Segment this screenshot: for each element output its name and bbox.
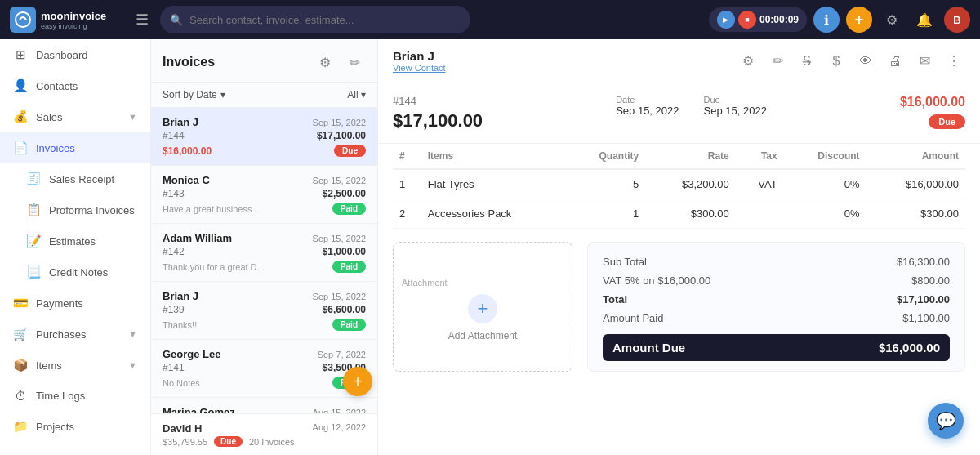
sidebar-item-contacts[interactable]: 👤 Contacts bbox=[0, 70, 150, 101]
filter-icon[interactable]: ⚙ bbox=[314, 51, 336, 74]
inv-num: #139 bbox=[163, 304, 185, 315]
timer-stop-button[interactable]: ■ bbox=[738, 11, 756, 29]
email-icon[interactable]: ✉ bbox=[913, 50, 936, 73]
invoice-number-amount: #144 $17,100.00 bbox=[393, 95, 483, 132]
due-val: Sep 15, 2022 bbox=[704, 105, 767, 117]
sidebar-item-time-logs[interactable]: ⏱ Time Logs bbox=[0, 381, 150, 411]
more-icon[interactable]: ⋮ bbox=[942, 50, 965, 73]
col-header-rate: Rate bbox=[645, 144, 736, 169]
sidebar-item-sales-receipt[interactable]: 🧾 Sales Receipt bbox=[0, 163, 150, 194]
avatar[interactable]: B bbox=[944, 7, 970, 33]
sidebar-item-proforma[interactable]: 📋 Proforma Invoices bbox=[0, 194, 150, 225]
settings-icon[interactable]: ⚙ bbox=[879, 7, 905, 33]
edit-icon[interactable]: ✏ bbox=[343, 51, 366, 74]
sidebar-item-estimates[interactable]: 📝 Estimates bbox=[0, 225, 150, 256]
sidebar-item-projects[interactable]: 📁 Projects bbox=[0, 411, 150, 442]
detail-panel: Brian J View Contact ⚙ ✏ S̶ $ 👁 🖨 ✉ ⋮ #1… bbox=[378, 39, 980, 455]
invoice-due-right: $16,000.00 Due bbox=[900, 95, 965, 129]
date-val: Sep 15, 2022 bbox=[616, 105, 679, 117]
summary-date: Aug 12, 2022 bbox=[313, 422, 366, 435]
all-filter-button[interactable]: All ▾ bbox=[347, 89, 366, 100]
inv-status-badge: Paid bbox=[332, 319, 366, 331]
info-icon[interactable]: ℹ bbox=[813, 7, 840, 33]
summary-total: $35,799.55 bbox=[163, 437, 207, 447]
payments-icon: 💳 bbox=[13, 296, 28, 310]
amount-due-label: Amount Due bbox=[612, 341, 685, 355]
amount-due-row: Amount Due $16,000.00 bbox=[603, 334, 950, 361]
inv-status-badge: Paid bbox=[332, 261, 366, 273]
add-attachment-icon[interactable]: + bbox=[468, 294, 497, 323]
row2-amount: $300.00 bbox=[866, 199, 965, 229]
invoice-item-142[interactable]: Adam William Sep 15, 2022 #142 $1,000.00… bbox=[151, 224, 377, 282]
sidebar-label-projects: Projects bbox=[36, 421, 74, 433]
time-logs-icon: ⏱ bbox=[13, 389, 28, 403]
sidebar-item-payments[interactable]: 💳 Payments bbox=[0, 288, 150, 319]
row2-rate: $300.00 bbox=[645, 199, 736, 229]
eye-icon[interactable]: 👁 bbox=[854, 50, 877, 73]
inv-name: Monica C bbox=[163, 174, 210, 186]
panel-header: Invoices ⚙ ✏ bbox=[151, 39, 377, 83]
search-icon: 🔍 bbox=[170, 14, 183, 26]
invoice-dates: Date Sep 15, 2022 Due Sep 15, 2022 bbox=[616, 95, 767, 117]
detail-contact: Brian J View Contact bbox=[393, 49, 737, 73]
dollar-icon[interactable]: $ bbox=[825, 50, 848, 73]
col-header-discount: Discount bbox=[784, 144, 866, 169]
strikethrough-icon[interactable]: S̶ bbox=[795, 50, 818, 73]
sidebar-item-items[interactable]: 📦 Items ▼ bbox=[0, 350, 150, 381]
logo-text: mooninvoice easy invoicing bbox=[41, 10, 106, 30]
inv-note: No Notes bbox=[163, 378, 200, 388]
timer-play-button[interactable]: ▶ bbox=[717, 11, 735, 29]
summary-status-badge: Due bbox=[214, 436, 243, 447]
sidebar-item-invoices[interactable]: 📄 Invoices bbox=[0, 132, 150, 163]
sidebar-item-dashboard[interactable]: ⊞ Dashboard bbox=[0, 39, 150, 70]
search-input[interactable] bbox=[189, 14, 461, 26]
sort-chevron-icon: ▾ bbox=[220, 89, 225, 100]
nav-right: ▶ ■ 00:00:09 ℹ + ⚙ 🔔 B bbox=[709, 7, 970, 33]
amount-paid-row: Amount Paid $1,100.00 bbox=[603, 309, 950, 328]
invoice-item-139[interactable]: Brian J Sep 15, 2022 #139 $6,600.00 Than… bbox=[151, 282, 377, 340]
invoice-item-143[interactable]: Monica C Sep 15, 2022 #143 $2,500.00 Hav… bbox=[151, 166, 377, 224]
chat-fab[interactable]: 💬 bbox=[928, 403, 964, 439]
vat-row: VAT 5% on $16,000.00 $800.00 bbox=[603, 271, 950, 290]
date-label: Date bbox=[616, 95, 679, 105]
total-val: $17,100.00 bbox=[897, 293, 950, 306]
estimates-icon: 📝 bbox=[26, 234, 41, 248]
invoice-list-panel: Invoices ⚙ ✏ Sort by Date ▾ All ▾ Brian … bbox=[151, 39, 378, 455]
notifications-icon[interactable]: 🔔 bbox=[911, 7, 938, 33]
invoice-item-141[interactable]: George Lee Sep 7, 2022 #141 $3,500.00 No… bbox=[151, 340, 377, 398]
contact-name: Brian J bbox=[393, 49, 737, 63]
sidebar-item-purchases[interactable]: 🛒 Purchases ▼ bbox=[0, 319, 150, 350]
row2-num: 2 bbox=[393, 199, 421, 229]
search-bar[interactable]: 🔍 bbox=[160, 6, 470, 33]
sort-label: Sort by Date bbox=[163, 89, 217, 100]
menu-hamburger-icon[interactable]: ☰ bbox=[132, 7, 152, 32]
add-button[interactable]: + bbox=[846, 7, 872, 33]
inv-date: Sep 15, 2022 bbox=[313, 234, 366, 243]
inv-name: George Lee bbox=[163, 348, 221, 360]
invoice-item-140[interactable]: Marina Gomez Aug 15, 2022 #140 $4,000.00… bbox=[151, 398, 377, 413]
detail-header-actions: ⚙ ✏ S̶ $ 👁 🖨 ✉ ⋮ bbox=[737, 50, 965, 73]
logo-icon bbox=[10, 7, 36, 33]
main-layout: ⊞ Dashboard 👤 Contacts 💰 Sales ▼ 📄 Invoi… bbox=[0, 39, 980, 455]
view-contact-link[interactable]: View Contact bbox=[393, 63, 737, 73]
sidebar-label-estimates: Estimates bbox=[49, 235, 96, 248]
print-icon[interactable]: 🖨 bbox=[884, 50, 906, 73]
inv-date: Sep 7, 2022 bbox=[318, 350, 366, 359]
sidebar-item-credit-notes[interactable]: 📃 Credit Notes bbox=[0, 256, 150, 288]
items-table-wrap: # Items Quantity Rate Tax Discount Amoun… bbox=[378, 144, 980, 229]
sidebar-item-sales[interactable]: 💰 Sales ▼ bbox=[0, 101, 150, 132]
invoice-item-144[interactable]: Brian J Sep 15, 2022 #144 $17,100.00 $16… bbox=[151, 108, 377, 166]
sort-button[interactable]: Sort by Date ▾ bbox=[163, 89, 225, 100]
col-header-qty: Quantity bbox=[566, 144, 645, 169]
due-label: Due bbox=[704, 95, 767, 105]
sidebar-label-proforma: Proforma Invoices bbox=[49, 204, 135, 216]
amount-due-val: $16,000.00 bbox=[879, 341, 940, 355]
add-invoice-fab[interactable]: + bbox=[343, 367, 372, 396]
edit-action-icon[interactable]: ✏ bbox=[766, 50, 789, 73]
panel-title: Invoices bbox=[163, 55, 314, 69]
inv-num: #144 bbox=[163, 130, 185, 141]
sub-total-label: Sub Total bbox=[603, 256, 647, 268]
attachment-area[interactable]: Attachment + Add Attachment bbox=[393, 242, 572, 372]
settings-action-icon[interactable]: ⚙ bbox=[737, 50, 760, 73]
summary-card[interactable]: David H Aug 12, 2022 $35,799.55 Due 20 I… bbox=[151, 413, 377, 455]
